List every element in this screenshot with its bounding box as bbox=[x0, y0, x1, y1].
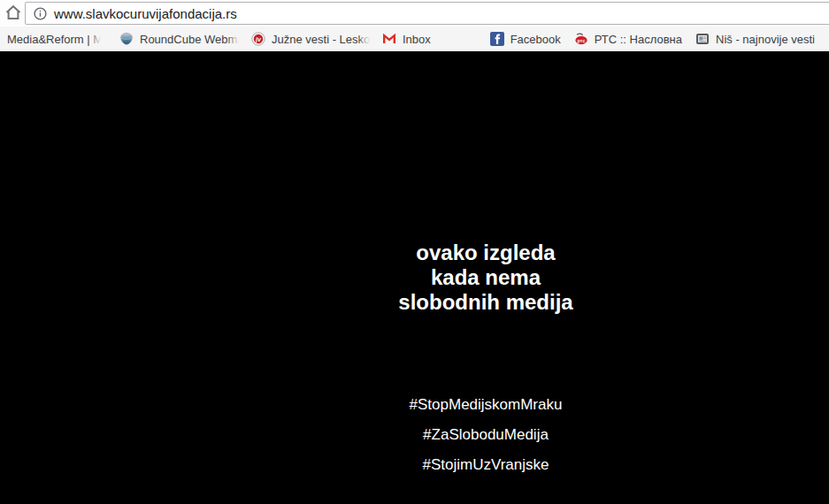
heading-line: ovako izgleda bbox=[203, 241, 769, 265]
bookmark-nis-vesti[interactable]: Niš - najnovije vesti bbox=[695, 29, 815, 49]
browser-toolbar: www.slavkocuruvijafondacija.rs bbox=[0, 0, 829, 27]
bookmark-label: Niš - najnovije vesti bbox=[716, 33, 815, 46]
hashtag: #ZaSloboduMedija bbox=[203, 420, 769, 450]
hashtag: #StopMedijskomMraku bbox=[203, 390, 769, 420]
bookmark-label: Media&Reform | Med bbox=[7, 33, 103, 46]
bookmark-label: Inbox bbox=[403, 33, 431, 46]
bookmark-juzne-vesti[interactable]: jv Južne vesti - Leskovac bbox=[251, 29, 372, 49]
bookmark-inbox[interactable]: Inbox bbox=[382, 29, 431, 49]
hashtag: #StojimUzVranjske bbox=[203, 450, 769, 480]
heading-line: kada nema bbox=[203, 265, 769, 290]
bookmark-label: РТС :: Насловна bbox=[595, 33, 682, 46]
bookmark-rts[interactable]: ртс РТС :: Насловна bbox=[574, 29, 682, 49]
page-title: ovako izgleda kada nema slobodnih medija bbox=[203, 241, 769, 315]
address-input[interactable]: www.slavkocuruvijafondacija.rs bbox=[54, 6, 237, 21]
bookmark-label: Južne vesti - Leskovac bbox=[272, 33, 372, 46]
info-icon[interactable] bbox=[34, 7, 47, 20]
home-button[interactable] bbox=[4, 4, 23, 24]
address-bar[interactable]: www.slavkocuruvijafondacija.rs bbox=[25, 2, 829, 25]
bookmark-facebook[interactable]: Facebook bbox=[490, 29, 561, 49]
bookmark-label: Facebook bbox=[510, 33, 561, 46]
svg-text:jv: jv bbox=[255, 36, 262, 43]
bookmark-label: RoundCube Webmail bbox=[140, 33, 241, 46]
page-content-area: ovako izgleda kada nema slobodnih medija… bbox=[0, 51, 829, 504]
newspaper-icon bbox=[695, 32, 710, 46]
facebook-icon bbox=[490, 32, 504, 46]
roundcube-icon bbox=[119, 32, 134, 46]
hashtag-list: #StopMedijskomMraku #ZaSloboduMedija #St… bbox=[203, 390, 769, 480]
bookmark-media-reform[interactable]: Media&Reform | Med bbox=[7, 29, 103, 49]
centered-text-block: ovako izgleda kada nema slobodnih medija… bbox=[203, 51, 769, 480]
rts-icon: ртс bbox=[574, 32, 588, 46]
heading-line: slobodnih medija bbox=[203, 290, 769, 315]
svg-text:ртс: ртс bbox=[577, 38, 585, 43]
bookmark-roundcube[interactable]: RoundCube Webmail bbox=[119, 29, 241, 49]
juzne-vesti-icon: jv bbox=[251, 32, 265, 46]
bookmarks-bar: Media&Reform | Med RoundCube Webmail bbox=[0, 27, 829, 51]
gmail-icon bbox=[382, 32, 396, 46]
home-icon bbox=[4, 4, 22, 25]
